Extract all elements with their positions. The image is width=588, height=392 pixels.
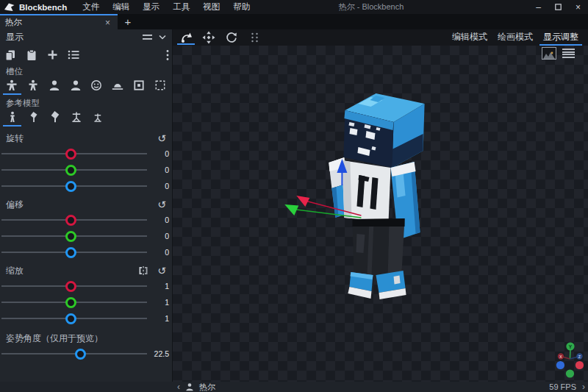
ref-armor-stand[interactable]: [65, 111, 87, 128]
3d-canvas[interactable]: X Z Y: [173, 46, 588, 382]
slot-thirdperson-left[interactable]: [23, 79, 44, 96]
collapse-chevron-icon[interactable]: ‹: [177, 382, 180, 391]
panel-more-icon[interactable]: [166, 49, 169, 61]
panel-fold-chevron-icon[interactable]: [159, 35, 166, 40]
slider-track[interactable]: [1, 165, 147, 175]
slider-track[interactable]: [1, 247, 147, 257]
menu-display[interactable]: 显示: [136, 0, 166, 14]
new-tab-button[interactable]: +: [118, 14, 138, 29]
blockbench-window: Blockbench 文件 编辑 显示 工具 视图 帮助 热尔 - Blockb…: [0, 0, 588, 392]
slider-track[interactable]: [1, 181, 147, 191]
slider-handle-y[interactable]: [65, 297, 76, 308]
orientation-gizmo[interactable]: X Z Y: [556, 342, 584, 377]
slider-handle-x[interactable]: [65, 281, 76, 292]
slot-frame[interactable]: [129, 79, 150, 96]
move-tool-button[interactable]: [201, 29, 216, 46]
minimize-button[interactable]: –: [528, 0, 548, 14]
sync-rotation-button[interactable]: [224, 29, 239, 46]
main-area: 显示: [0, 29, 588, 382]
copy-icon[interactable]: [4, 49, 16, 61]
slot-thirdperson-right[interactable]: [1, 79, 23, 96]
maximize-button[interactable]: [548, 0, 568, 14]
slot-head[interactable]: [86, 79, 107, 96]
slider-handle-z[interactable]: [65, 313, 76, 324]
slot-ground[interactable]: [107, 79, 129, 96]
slot-firstperson-right[interactable]: [44, 79, 65, 96]
menu-tools[interactable]: 工具: [166, 0, 196, 14]
slider-handle-x[interactable]: [65, 215, 76, 226]
offset-y-value: 0: [147, 232, 169, 240]
slider-track[interactable]: [1, 149, 147, 159]
axis-x-label: X: [559, 354, 562, 359]
ref-item-small[interactable]: [23, 111, 44, 128]
slider-handle-z[interactable]: [65, 181, 76, 192]
move-tool-icon: [202, 31, 215, 44]
rotate-tool-button[interactable]: [179, 29, 193, 46]
reset-offset-icon[interactable]: ↺: [157, 199, 166, 210]
player-icon: [7, 111, 18, 123]
ref-player[interactable]: [1, 111, 23, 128]
slider-track[interactable]: [1, 215, 147, 225]
skin-model[interactable]: [329, 93, 424, 299]
rotation-section-header: 旋转 ↺: [0, 131, 172, 146]
paste-icon[interactable]: [26, 49, 37, 61]
item-frame-icon: [133, 79, 145, 91]
slot-gui[interactable]: [149, 79, 171, 96]
panel-menu-icon[interactable]: [143, 34, 152, 41]
offset-y-slider: 0: [0, 228, 172, 244]
slot-firstperson-left[interactable]: [65, 79, 86, 96]
panel-header[interactable]: 显示: [0, 29, 172, 45]
slider-track[interactable]: [1, 313, 147, 324]
drag-dots-icon: [251, 32, 259, 43]
scale-y-slider: 1: [0, 294, 172, 310]
rotation-x-slider: 0: [0, 146, 172, 162]
slider-track[interactable]: [1, 349, 147, 359]
reference-row: [0, 110, 172, 128]
smiley-face-icon: [90, 79, 102, 91]
slider-handle-z[interactable]: [65, 247, 76, 258]
scale-z-slider: 1: [0, 310, 172, 327]
title-bar: Blockbench 文件 编辑 显示 工具 视图 帮助 热尔 - Blockb…: [0, 0, 588, 14]
rotate-tool-icon: [180, 32, 193, 43]
expand-chevron-icon[interactable]: ›: [582, 382, 585, 391]
scale-x-slider: 1: [0, 278, 172, 294]
tab-close-icon[interactable]: ×: [103, 18, 112, 28]
list-icon[interactable]: [68, 49, 79, 60]
display-panel: 显示: [0, 29, 173, 382]
slider-track[interactable]: [1, 231, 147, 241]
mirror-icon[interactable]: [138, 266, 148, 276]
pose-value: 22.5: [147, 349, 169, 358]
slider-track[interactable]: [1, 281, 147, 291]
blockbench-logo-icon: [4, 2, 15, 12]
offset-x-slider: 0: [0, 212, 172, 228]
add-icon[interactable]: [47, 49, 58, 60]
tab-paint-mode[interactable]: 绘画模式: [494, 29, 537, 46]
slider-handle-x[interactable]: [65, 149, 76, 160]
scale-section-header: 缩放 ↺: [0, 263, 172, 278]
pose-handle[interactable]: [75, 349, 86, 360]
pose-slider: 22.5: [0, 346, 172, 362]
slider-track[interactable]: [1, 297, 147, 307]
menu-edit[interactable]: 编辑: [106, 0, 136, 14]
tilted-item-icon: [49, 111, 61, 123]
model-preview[interactable]: X Z Y: [173, 46, 588, 382]
slider-handle-y[interactable]: [65, 165, 76, 176]
project-tab[interactable]: 热尔 ×: [0, 14, 118, 29]
close-window-button[interactable]: ×: [568, 0, 588, 14]
menu-file[interactable]: 文件: [76, 0, 106, 14]
slider-handle-y[interactable]: [65, 231, 76, 242]
scale-label: 缩放: [6, 265, 24, 277]
reset-rotation-icon[interactable]: ↺: [157, 133, 166, 143]
tab-edit-mode[interactable]: 编辑模式: [448, 29, 491, 46]
ref-item-large[interactable]: [44, 111, 65, 128]
menu-help[interactable]: 帮助: [226, 0, 257, 14]
toolbar-more-icon[interactable]: [247, 29, 262, 46]
offset-z-slider: 0: [0, 244, 172, 260]
reset-scale-icon[interactable]: ↺: [157, 266, 166, 276]
armor-stand-icon: [71, 111, 82, 123]
status-bar: ‹ 热尔 59 FPS ›: [0, 382, 588, 392]
tab-display-mode[interactable]: 显示调整: [539, 29, 582, 46]
ref-armor-stand-small[interactable]: [87, 111, 108, 128]
rotation-label: 旋转: [6, 132, 24, 145]
menu-view[interactable]: 视图: [196, 0, 226, 14]
